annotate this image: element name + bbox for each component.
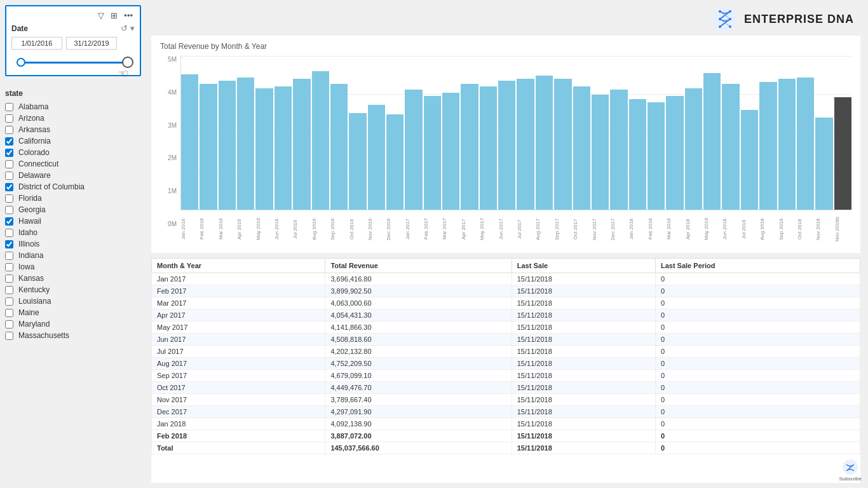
chart-bar[interactable] — [219, 81, 236, 210]
chart-bar[interactable] — [181, 74, 198, 210]
state-checkbox[interactable] — [5, 252, 13, 260]
chart-bar[interactable] — [797, 78, 814, 210]
chart-bar[interactable] — [255, 88, 273, 210]
start-date-input[interactable]: 1/01/2016 — [11, 37, 62, 50]
chart-bar[interactable] — [368, 105, 385, 210]
state-item[interactable]: Delaware — [5, 170, 141, 180]
end-date-input[interactable]: 31/12/2019 — [66, 37, 117, 50]
state-item[interactable]: Louisiana — [5, 296, 141, 306]
state-checkbox[interactable] — [5, 149, 13, 157]
chart-bar[interactable] — [275, 86, 292, 210]
state-checkbox[interactable] — [5, 332, 13, 340]
table-section: Month & YearTotal RevenueLast SaleLast S… — [151, 258, 860, 483]
state-name-label: Arizona — [18, 114, 44, 123]
more-icon-btn[interactable]: ••• — [122, 10, 135, 21]
state-item[interactable]: Illinois — [5, 239, 141, 249]
chart-bar[interactable] — [349, 113, 366, 210]
chart-bar[interactable] — [498, 81, 515, 210]
state-item[interactable]: Alabama — [5, 102, 141, 112]
state-checkbox[interactable] — [5, 297, 13, 306]
date-collapse-icon[interactable]: ▾ — [130, 24, 135, 33]
slider-handle-right[interactable]: ☜ — [122, 57, 133, 68]
chart-bar[interactable] — [536, 76, 553, 210]
chart-bar[interactable] — [666, 96, 683, 210]
logo-text: ENTERPRISE DNA — [744, 13, 854, 26]
date-filter-card: ▽ ⊞ ••• Date ↺ ▾ 1/01/2016 31/12/2019 ☜ — [5, 5, 141, 76]
table-cell: Oct 2017 — [152, 382, 325, 394]
state-checkbox[interactable] — [5, 206, 13, 214]
chart-bar[interactable] — [312, 71, 329, 210]
chart-bar[interactable] — [293, 79, 310, 210]
table-cell: 4,449,476.70 — [325, 382, 512, 394]
chart-bar[interactable] — [386, 114, 403, 210]
date-slider[interactable]: ☜ — [11, 56, 135, 69]
subscribe-button[interactable]: Subscribe — [839, 458, 862, 482]
state-item[interactable]: Florida — [5, 193, 141, 203]
chart-bar[interactable] — [200, 84, 217, 210]
state-item[interactable]: Connecticut — [5, 159, 141, 169]
slider-track: ☜ — [17, 62, 130, 64]
state-checkbox[interactable] — [5, 194, 13, 203]
chart-bar[interactable] — [629, 99, 646, 210]
state-checkbox[interactable] — [5, 263, 13, 271]
chart-bar[interactable] — [610, 90, 627, 210]
chart-bar[interactable] — [237, 78, 254, 210]
state-item[interactable]: Iowa — [5, 262, 141, 272]
state-checkbox[interactable] — [5, 172, 13, 180]
state-checkbox[interactable] — [5, 217, 13, 226]
chart-bar[interactable] — [405, 90, 422, 210]
state-checkbox[interactable] — [5, 274, 13, 283]
chart-bar[interactable] — [722, 84, 739, 210]
chart-bar[interactable] — [442, 93, 459, 210]
chart-bar[interactable] — [480, 86, 497, 210]
chart-bar[interactable] — [778, 79, 796, 210]
state-checkbox[interactable] — [5, 286, 13, 294]
state-item[interactable]: Colorado — [5, 147, 141, 158]
chart-bar[interactable] — [685, 88, 702, 210]
date-filter-header: Date ↺ ▾ — [11, 24, 135, 33]
chart-bar[interactable] — [554, 79, 571, 210]
state-item[interactable]: Indiana — [5, 250, 141, 261]
chart-bar[interactable] — [573, 86, 590, 210]
chart-bar[interactable] — [461, 84, 478, 210]
state-checkbox[interactable] — [5, 320, 13, 329]
state-item[interactable]: Massachusetts — [5, 330, 141, 341]
chart-bar[interactable] — [703, 73, 721, 210]
x-axis-label: May 2018 — [703, 212, 721, 247]
table-scroll-wrapper[interactable]: Month & YearTotal RevenueLast SaleLast S… — [151, 258, 860, 483]
state-item[interactable]: District of Columbia — [5, 182, 141, 192]
state-item[interactable]: Kentucky — [5, 285, 141, 295]
export-icon-btn[interactable]: ⊞ — [109, 10, 119, 21]
date-reset-icon[interactable]: ↺ — [121, 24, 128, 33]
state-item[interactable]: Arkansas — [5, 125, 141, 135]
state-checkbox[interactable] — [5, 137, 13, 146]
state-item[interactable]: Maine — [5, 308, 141, 318]
chart-bar[interactable] — [759, 82, 776, 210]
chart-bar[interactable] — [592, 95, 609, 210]
chart-bar[interactable] — [815, 118, 832, 210]
table-cell: 15/11/2018 — [512, 297, 655, 309]
state-item[interactable]: Kansas — [5, 273, 141, 283]
chart-bar[interactable] — [741, 110, 758, 210]
state-item[interactable]: Idaho — [5, 227, 141, 238]
state-item[interactable]: Hawaii — [5, 216, 141, 226]
state-checkbox[interactable] — [5, 126, 13, 134]
state-checkbox[interactable] — [5, 240, 13, 248]
state-item[interactable]: Arizona — [5, 113, 141, 123]
chart-bar[interactable] — [424, 96, 441, 210]
state-checkbox[interactable] — [5, 309, 13, 317]
chart-bar[interactable] — [330, 84, 348, 210]
state-checkbox[interactable] — [5, 183, 13, 191]
state-item[interactable]: Georgia — [5, 205, 141, 215]
state-checkbox[interactable] — [5, 103, 13, 111]
state-checkbox[interactable] — [5, 114, 13, 123]
chart-bar[interactable] — [517, 79, 534, 210]
chart-bar[interactable] — [834, 97, 851, 210]
state-checkbox[interactable] — [5, 160, 13, 168]
filter-icon-btn[interactable]: ▽ — [96, 10, 106, 21]
chart-bar[interactable] — [648, 102, 665, 210]
slider-handle-left[interactable] — [17, 58, 25, 67]
state-item[interactable]: Maryland — [5, 319, 141, 329]
state-checkbox[interactable] — [5, 229, 13, 237]
state-item[interactable]: California — [5, 136, 141, 146]
